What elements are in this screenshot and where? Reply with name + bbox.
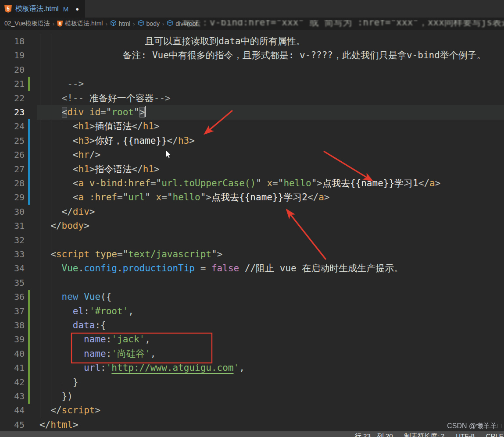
line-number[interactable]: 38	[0, 318, 25, 333]
line-number[interactable]: 41	[0, 361, 25, 375]
csdn-watermark: CSDN @懒羊羊□	[447, 422, 501, 431]
line-number[interactable]: 33	[0, 247, 25, 262]
code-text: name:'尚硅谷',	[39, 347, 156, 361]
line-number[interactable]: 36	[0, 290, 25, 304]
code-line-19[interactable]: 19备注: Vue中有很多的指令，且形式都是: v-????，此处我们只是拿v-…	[0, 48, 504, 63]
code-text: <h1>插值语法</h1>	[39, 119, 160, 134]
unsaved-dot-icon[interactable]: ●	[75, 6, 79, 12]
code-line-37[interactable]: 37el:'#root',	[0, 304, 504, 319]
line-number[interactable]: 44	[0, 403, 25, 418]
line-number[interactable]: 25	[0, 134, 25, 148]
breadcrumb-item-html[interactable]: html	[110, 20, 130, 28]
code-line-23[interactable]: 23<div id="root">	[0, 105, 504, 120]
symbol-cube-icon	[138, 20, 144, 28]
code-line-28[interactable]: 28<a v-bind:href="url.toUpperCase()" x="…	[0, 176, 504, 191]
code-text: </script>	[39, 403, 100, 418]
line-number[interactable]: 43	[0, 389, 25, 404]
code-line-33[interactable]: 33<script type="text/javascript">	[0, 247, 504, 262]
code-text: <hr/>	[39, 148, 100, 162]
html5-file-icon: 5	[57, 21, 63, 27]
code-line-22[interactable]: 22<!-- 准备好一个容器-->	[0, 91, 504, 106]
code-line-29[interactable]: 29<a :href="url" x="hello">点我去{{name}}学习…	[0, 190, 504, 205]
code-line-35[interactable]: 35	[0, 276, 504, 290]
html5-file-icon: 5	[4, 5, 12, 13]
code-line-26[interactable]: 26<hr/>	[0, 148, 504, 162]
code-line-24[interactable]: 24<h1>插值语法</h1>	[0, 119, 504, 134]
gutter-change-bar	[28, 148, 30, 162]
code-line-39[interactable]: 39name:'jack',	[0, 332, 504, 347]
line-number[interactable]: 19	[0, 48, 25, 63]
gutter-change-bar	[28, 332, 30, 347]
code-text: }	[39, 375, 78, 390]
line-number[interactable]: 34	[0, 261, 25, 276]
line-number[interactable]: 23	[0, 105, 25, 120]
code-line-21[interactable]: 21-->	[0, 77, 504, 91]
status-item[interactable]: CRLF	[486, 432, 503, 437]
status-item[interactable]: UTF-8	[456, 432, 475, 437]
code-line-40[interactable]: 40name:'尚硅谷',	[0, 347, 504, 361]
code-line-30[interactable]: 30</div>	[0, 205, 504, 219]
code-line-20[interactable]: 20	[0, 63, 504, 77]
code-line-36[interactable]: 36new Vue({	[0, 290, 504, 304]
gutter-change-bar	[28, 347, 30, 361]
gutter-change-bar	[28, 134, 30, 148]
code-line-44[interactable]: 44</script>	[0, 403, 504, 418]
code-line-25[interactable]: 25<h3>你好，{{name}}</h3>	[0, 134, 504, 148]
line-number[interactable]: 20	[0, 63, 25, 77]
line-number[interactable]: 24	[0, 119, 25, 134]
code-editor[interactable]: 18且可以直接读取到data中的所有属性。19备注: Vue中有很多的指令，且形…	[0, 30, 504, 432]
code-line-41[interactable]: 41url:'http://www.atguigu.com',	[0, 361, 504, 375]
gutter-change-bar	[28, 361, 30, 375]
code-text: <script type="text/javascript">	[39, 247, 222, 262]
breadcrumb: 02_Vue模板语法›5模板语法.html›html›body›div#root	[0, 18, 504, 30]
code-line-32[interactable]: 32	[0, 233, 504, 248]
code-line-45[interactable]: 45</html>	[0, 418, 504, 432]
line-number[interactable]: 18	[0, 34, 25, 49]
symbol-cube-icon	[110, 20, 117, 28]
line-number[interactable]: 45	[0, 418, 25, 432]
gutter-change-bar	[28, 119, 30, 134]
code-line-31[interactable]: 31</body>	[0, 219, 504, 233]
chevron-right-icon: ›	[105, 21, 107, 27]
gutter-change-bar	[28, 290, 30, 304]
line-number[interactable]: 35	[0, 276, 25, 290]
breadcrumb-item-模板语法.html[interactable]: 5模板语法.html	[57, 20, 103, 28]
line-number[interactable]: 27	[0, 162, 25, 177]
code-line-27[interactable]: 27<h1>指令语法</h1>	[0, 162, 504, 177]
code-text: data:{	[39, 318, 106, 333]
breadcrumb-item-body[interactable]: body	[138, 20, 160, 28]
code-line-42[interactable]: 42}	[0, 375, 504, 390]
line-number[interactable]: 30	[0, 205, 25, 219]
symbol-cube-icon	[167, 20, 173, 28]
code-line-34[interactable]: 34Vue.config.productionTip = false //阻止 …	[0, 261, 504, 276]
code-line-38[interactable]: 38data:{	[0, 318, 504, 333]
vscode-window: 5 模板语法.html M ● 02_Vue模板语法›5模板语法.html›ht…	[0, 0, 504, 437]
line-number[interactable]: 28	[0, 176, 25, 191]
code-text: <a :href="url" x="hello">点我去{{name}}学习2<…	[39, 190, 329, 205]
tab-template-syntax[interactable]: 5 模板语法.html M ●	[0, 0, 85, 18]
code-line-18[interactable]: 18且可以直接读取到data中的所有属性。	[0, 34, 504, 49]
line-number[interactable]: 31	[0, 219, 25, 233]
line-number[interactable]: 37	[0, 304, 25, 319]
chevron-right-icon: ›	[133, 21, 135, 27]
code-text: <div id="root">	[39, 105, 146, 120]
status-item[interactable]: 制表符长度: 2	[404, 432, 445, 437]
breadcrumb-item-02_Vue模板语法[interactable]: 02_Vue模板语法	[4, 20, 50, 28]
line-number[interactable]: 40	[0, 347, 25, 361]
line-number[interactable]: 21	[0, 77, 25, 91]
line-number[interactable]: 29	[0, 190, 25, 205]
breadcrumb-item-div#root[interactable]: div#root	[167, 20, 197, 28]
line-number[interactable]: 39	[0, 332, 25, 347]
chevron-right-icon: ›	[162, 21, 164, 27]
status-item[interactable]: 行 23，列 20	[355, 432, 393, 437]
line-number[interactable]: 42	[0, 375, 25, 390]
code-text: </div>	[39, 205, 95, 219]
code-text: <h3>你好，{{name}}</h3>	[39, 134, 195, 148]
line-number[interactable]: 32	[0, 233, 25, 248]
line-number[interactable]: 22	[0, 91, 25, 106]
code-text: 且可以直接读取到data中的所有属性。	[39, 34, 305, 49]
gutter-change-bar	[28, 389, 30, 404]
code-text: new Vue({	[39, 290, 111, 304]
line-number[interactable]: 26	[0, 148, 25, 162]
code-line-43[interactable]: 43})	[0, 389, 504, 404]
